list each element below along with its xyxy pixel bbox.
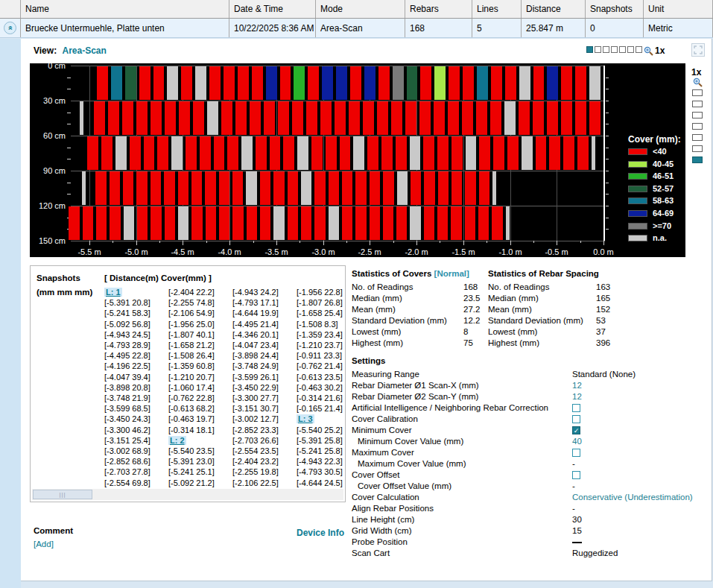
column-header-snapshots[interactable]: Snapshots — [586, 0, 644, 18]
rebar-bar[interactable] — [465, 171, 475, 205]
rebar-bar[interactable] — [200, 136, 211, 170]
column-header-name[interactable]: Name — [21, 0, 229, 18]
rebar-bar[interactable] — [314, 206, 325, 240]
rebar-bar[interactable] — [451, 171, 462, 205]
rebar-bar[interactable] — [219, 171, 229, 205]
rebar-bar[interactable] — [438, 171, 449, 205]
rebar-bar[interactable] — [423, 136, 434, 170]
rebar-bar[interactable] — [329, 171, 339, 205]
rebar-bar[interactable] — [264, 101, 275, 135]
rebar-bar[interactable] — [448, 101, 459, 135]
rebar-bar[interactable] — [110, 171, 120, 205]
row-select-1[interactable] — [692, 89, 703, 96]
rebar-bar[interactable] — [349, 101, 360, 135]
rebar-bar[interactable] — [207, 101, 218, 135]
rebar-bar[interactable] — [270, 136, 281, 170]
rebar-bar[interactable] — [405, 101, 416, 135]
rebar-bar[interactable] — [326, 136, 337, 170]
rebar-bar[interactable] — [123, 171, 133, 205]
rebar-bar[interactable] — [130, 136, 141, 170]
rebar-bar[interactable] — [137, 206, 148, 240]
side-magnifier-icon[interactable] — [693, 78, 703, 87]
rebar-bar[interactable] — [592, 136, 595, 170]
rebar-bar[interactable] — [311, 136, 323, 170]
setting-value[interactable]: Conservative (Underestimation) — [572, 493, 693, 502]
rebar-bar[interactable] — [301, 206, 311, 240]
column-header-mode[interactable]: Mode — [316, 0, 405, 18]
rebar-bar[interactable] — [260, 206, 270, 240]
rebar-bar[interactable] — [193, 101, 204, 135]
expand-view-button[interactable] — [691, 43, 705, 57]
setting-checkbox[interactable] — [572, 415, 580, 423]
rebar-bar[interactable] — [82, 171, 86, 205]
rebar-bar[interactable] — [419, 101, 431, 135]
rebar-bar[interactable] — [561, 101, 572, 135]
rebar-bar[interactable] — [479, 136, 490, 170]
collapse-row-button[interactable]: » — [4, 22, 16, 34]
rebar-bar[interactable] — [533, 101, 544, 135]
column-header-unit[interactable]: Unit — [644, 0, 713, 18]
rebar-bar[interactable] — [164, 171, 174, 205]
rebar-bar[interactable] — [424, 171, 434, 205]
rebar-bar[interactable] — [577, 136, 589, 170]
rebar-bar[interactable] — [221, 101, 232, 135]
rebar-bar[interactable] — [340, 136, 351, 170]
rebar-bar[interactable] — [533, 66, 545, 100]
rebar-bar[interactable] — [589, 66, 600, 100]
rebar-bar[interactable] — [355, 171, 366, 205]
rebar-bar[interactable] — [252, 66, 263, 100]
rebar-bar[interactable] — [504, 101, 516, 135]
rebar-bar[interactable] — [575, 66, 586, 100]
rebar-bar[interactable] — [179, 101, 190, 135]
device-info-link[interactable]: Device Info — [297, 528, 344, 538]
rebar-bar[interactable] — [246, 171, 256, 205]
rebar-bar[interactable] — [451, 136, 463, 170]
rebar-bar[interactable] — [280, 66, 291, 100]
rebar-bar[interactable] — [381, 136, 393, 170]
rebar-bar[interactable] — [589, 101, 600, 135]
rebar-bar[interactable] — [167, 66, 178, 100]
rebar-bar[interactable] — [181, 66, 192, 100]
rebar-bar[interactable] — [292, 101, 303, 135]
rebar-bar[interactable] — [519, 101, 530, 135]
rebar-bar[interactable] — [478, 206, 489, 240]
rebar-bar[interactable] — [561, 66, 572, 100]
rebar-bar[interactable] — [355, 206, 366, 240]
row-select-5[interactable] — [692, 134, 703, 141]
rebar-bar[interactable] — [191, 206, 202, 240]
rebar-bar[interactable] — [209, 66, 221, 100]
rebar-bar[interactable] — [227, 136, 238, 170]
rebar-bar[interactable] — [336, 66, 347, 100]
rebar-bar[interactable] — [294, 66, 305, 100]
rebar-bar[interactable] — [477, 66, 488, 100]
rebar-bar[interactable] — [364, 66, 375, 100]
rebar-bar[interactable] — [157, 136, 168, 170]
setting-value[interactable]: 12 — [572, 381, 582, 390]
rebar-bar[interactable] — [232, 171, 243, 205]
rebar-bar[interactable] — [451, 206, 461, 240]
rebar-bar[interactable] — [288, 206, 298, 240]
rebar-bar[interactable] — [87, 136, 98, 170]
rebar-bar[interactable] — [490, 101, 501, 135]
rebar-bar[interactable] — [165, 206, 175, 240]
rebar-bar[interactable] — [94, 101, 105, 135]
rebar-bar[interactable] — [241, 136, 253, 170]
rebar-bar[interactable] — [219, 206, 229, 240]
layer-toggle-5[interactable] — [619, 46, 626, 53]
rebar-bar[interactable] — [506, 206, 510, 240]
rebar-bar[interactable] — [393, 66, 404, 100]
layer-toggle-1[interactable] — [586, 46, 593, 53]
column-header-lines[interactable]: Lines — [472, 0, 522, 18]
layer-toggle-4[interactable] — [611, 46, 618, 53]
layer-toggle-2[interactable] — [595, 46, 601, 53]
rebar-bar[interactable] — [110, 206, 120, 240]
rebar-bar[interactable] — [95, 171, 106, 205]
rebar-bar[interactable] — [411, 171, 421, 205]
rebar-bar[interactable] — [505, 66, 516, 100]
rebar-bar[interactable] — [492, 171, 496, 205]
rebar-bar[interactable] — [125, 66, 136, 100]
rebar-bar[interactable] — [434, 66, 446, 100]
snapshot-line-link[interactable]: L: 3 — [297, 414, 314, 423]
snapshot-line-link[interactable]: L: 1 — [104, 288, 122, 297]
rebar-bar[interactable] — [437, 206, 448, 240]
